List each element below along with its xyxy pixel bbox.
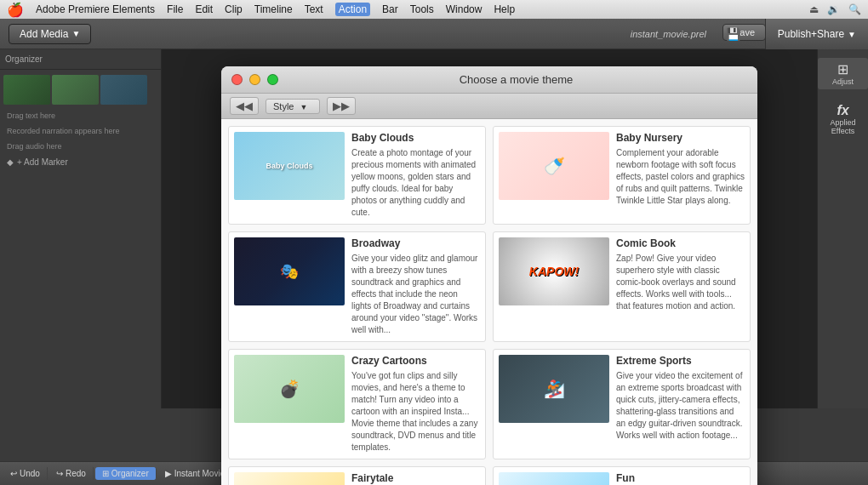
theme-item-baby-nursery[interactable]: 🍼Baby NurseryComplement your adorable ne…: [493, 126, 751, 225]
style-dropdown[interactable]: Style ▼: [266, 99, 320, 114]
modal-overlay: Choose a movie theme ◀◀ Style ▼ ▶▶ Baby …: [162, 49, 817, 408]
top-toolbar: Add Media ▼ instant_movie.prel Save 💾 Pu…: [0, 19, 868, 49]
right-panel: ⊞ Adjust fx Applied Effects: [817, 49, 868, 408]
theme-thumb-fun: 🎉: [499, 472, 609, 485]
window-minimize-button[interactable]: [249, 74, 260, 85]
theme-info-comic-book: Comic BookZap! Pow! Give your video supe…: [616, 237, 745, 336]
undo-button[interactable]: ↩ Undo: [3, 467, 48, 480]
menubar-right: ⏏ 🔉 🔍: [809, 3, 861, 15]
search-icon[interactable]: 🔍: [848, 3, 861, 15]
filename: instant_movie.prel: [631, 29, 706, 39]
nav-prev-button[interactable]: ◀◀: [230, 97, 259, 115]
theme-desc-baby-nursery: Complement your adorable newborn footage…: [616, 147, 745, 207]
theme-info-fairytale: FairytaleGive your video classic charm w…: [351, 472, 480, 485]
nav-next-button[interactable]: ▶▶: [327, 97, 356, 115]
applied-effects-label: Applied Effects: [821, 118, 865, 135]
thumbnail-strip: [3, 73, 157, 106]
add-media-label: Add Media: [20, 28, 68, 40]
style-arrow-icon: ▼: [300, 103, 308, 111]
minimize-icon[interactable]: 🔉: [827, 3, 840, 15]
dropdown-arrow-icon: ▼: [71, 29, 80, 38]
add-marker-button[interactable]: ◆ + Add Marker: [3, 156, 157, 168]
organizer-button[interactable]: ⊞ Organizer: [95, 467, 157, 480]
theme-name-fun: Fun: [616, 472, 745, 484]
modal-title: Choose a movie theme: [285, 73, 747, 86]
redo-icon: ↪: [56, 469, 63, 478]
menu-action[interactable]: Action: [335, 3, 370, 16]
menu-file[interactable]: File: [167, 3, 183, 15]
redo-label: Redo: [66, 469, 86, 478]
apple-logo[interactable]: 🍎: [7, 2, 24, 18]
theme-item-baby-clouds[interactable]: Baby CloudsBaby CloudsCreate a photo mon…: [228, 126, 486, 225]
theme-info-extreme-sports: Extreme SportsGive your video the excite…: [616, 355, 745, 454]
theme-info-fun: FunGive your video some fun 50s style wi…: [616, 472, 745, 485]
menu-help[interactable]: Help: [494, 3, 515, 15]
adjust-panel-btn[interactable]: ⊞ Adjust: [818, 58, 868, 89]
theme-item-comic-book[interactable]: KAPOW!Comic BookZap! Pow! Give your vide…: [493, 231, 751, 342]
clip-thumb-1[interactable]: [3, 75, 50, 105]
center-content: Choose a movie theme ◀◀ Style ▼ ▶▶ Baby …: [162, 49, 817, 408]
style-label: Style: [273, 101, 294, 111]
applied-effects-btn[interactable]: fx Applied Effects: [818, 100, 868, 139]
drag-text-hint: Drag text here: [3, 110, 157, 122]
theme-info-broadway: BroadwayGive your video glitz and glamou…: [351, 237, 480, 336]
theme-name-baby-nursery: Baby Nursery: [616, 132, 745, 144]
adjust-icon: ⊞: [821, 61, 865, 77]
clip-thumb-3[interactable]: [100, 75, 147, 105]
menu-timeline[interactable]: Timeline: [254, 3, 293, 15]
menu-tools[interactable]: Tools: [410, 3, 434, 15]
menu-window[interactable]: Window: [446, 3, 483, 15]
menu-text[interactable]: Text: [305, 3, 323, 15]
theme-desc-broadway: Give your video glitz and glamour with a…: [351, 253, 480, 336]
menu-clip[interactable]: Clip: [225, 3, 243, 15]
theme-thumb-baby-nursery: 🍼: [499, 132, 609, 200]
publish-label: Publish+Share: [778, 28, 844, 40]
add-media-button[interactable]: Add Media ▼: [9, 24, 91, 44]
window-maximize-button[interactable]: [267, 74, 278, 85]
menu-edit[interactable]: Edit: [195, 3, 213, 15]
window-close-button[interactable]: [231, 74, 243, 85]
theme-item-fairytale[interactable]: 📖FairytaleGive your video classic charm …: [228, 466, 486, 485]
theme-name-fairytale: Fairytale: [351, 472, 480, 484]
clip-thumb-2[interactable]: [52, 75, 99, 105]
theme-thumb-broadway: 🎭: [234, 237, 345, 305]
instant-movie-label: Instant Movie: [174, 469, 225, 478]
publish-share-button[interactable]: Publish+Share ▼: [765, 19, 868, 49]
theme-item-crazy-cartoons[interactable]: 💣Crazy CartoonsYou've got fun clips and …: [228, 349, 486, 459]
instant-movie-icon: ▶: [165, 469, 172, 478]
redo-button[interactable]: ↪ Redo: [49, 467, 94, 480]
drag-audio-hint: Drag audio here: [3, 140, 157, 152]
theme-name-baby-clouds: Baby Clouds: [351, 132, 480, 144]
theme-item-fun[interactable]: 🎉FunGive your video some fun 50s style w…: [493, 466, 751, 485]
save-disk-icon: 💾: [726, 27, 740, 41]
undo-label: Undo: [20, 469, 40, 478]
organizer-label: Organizer: [5, 54, 43, 64]
menu-premiere[interactable]: Adobe Premiere Elements: [36, 3, 155, 15]
theme-thumb-baby-clouds: Baby Clouds: [234, 132, 345, 200]
media-panel: Organizer Drag text here Recorded narrat…: [0, 49, 161, 408]
modal-content: Baby CloudsBaby CloudsCreate a photo mon…: [221, 119, 757, 485]
theme-desc-extreme-sports: Give your video the excitement of an ext…: [616, 370, 745, 442]
add-marker-label: + Add Marker: [17, 157, 68, 167]
theme-item-broadway[interactable]: 🎭BroadwayGive your video glitz and glamo…: [228, 231, 486, 342]
theme-name-crazy-cartoons: Crazy Cartoons: [351, 355, 480, 367]
organizer-label: Organizer: [111, 469, 149, 478]
menu-bar[interactable]: Bar: [382, 3, 398, 15]
recorded-narration-hint: Recorded narration appears here: [3, 125, 157, 137]
fx-icon: fx: [821, 103, 865, 118]
organizer-icon: ⊞: [102, 469, 109, 478]
menubar: 🍎 Adobe Premiere Elements File Edit Clip…: [0, 0, 868, 19]
theme-desc-baby-clouds: Create a photo montage of your precious …: [351, 147, 480, 219]
theme-thumb-fairytale: 📖: [234, 472, 345, 485]
publish-arrow: ▼: [848, 30, 856, 39]
theme-name-comic-book: Comic Book: [616, 237, 745, 249]
theme-desc-comic-book: Zap! Pow! Give your video superhero styl…: [616, 253, 745, 312]
theme-info-crazy-cartoons: Crazy CartoonsYou've got fun clips and s…: [351, 355, 480, 454]
theme-name-broadway: Broadway: [351, 237, 480, 249]
eject-icon[interactable]: ⏏: [809, 3, 819, 15]
theme-thumb-crazy-cartoons: 💣: [234, 355, 345, 423]
theme-grid: Baby CloudsBaby CloudsCreate a photo mon…: [228, 126, 751, 485]
theme-chooser-modal: Choose a movie theme ◀◀ Style ▼ ▶▶ Baby …: [221, 66, 757, 485]
theme-item-extreme-sports[interactable]: 🏂Extreme SportsGive your video the excit…: [493, 349, 751, 459]
left-sidebar: Organizer Drag text here Recorded narrat…: [0, 49, 162, 408]
